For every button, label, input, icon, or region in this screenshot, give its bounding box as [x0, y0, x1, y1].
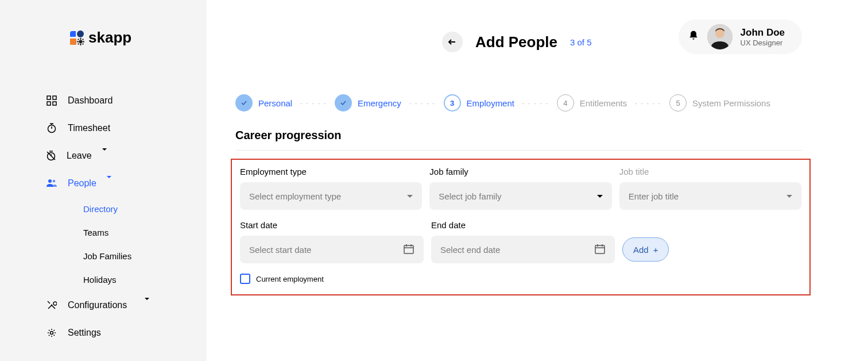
nav-people[interactable]: People: [0, 170, 207, 197]
nav-settings[interactable]: Settings: [0, 319, 207, 347]
sub-nav-teams[interactable]: Teams: [0, 221, 207, 244]
logo-icon: [69, 30, 85, 46]
calendar-icon: [594, 243, 606, 256]
start-date-input[interactable]: Select start date: [240, 236, 424, 263]
add-button[interactable]: Add +: [622, 237, 669, 262]
avatar: [707, 24, 733, 49]
step-system-permissions[interactable]: 5 System Permissions: [669, 94, 770, 112]
nav-label: Configurations: [68, 300, 127, 310]
step-entitlements[interactable]: 4 Entitlements: [557, 94, 627, 112]
dashboard-icon: [46, 95, 57, 106]
user-role: UX Designer: [741, 39, 785, 47]
sub-nav-job-families[interactable]: Job Families: [0, 244, 207, 268]
check-icon: [335, 94, 352, 112]
job-family-select[interactable]: Select job family: [429, 182, 611, 210]
step-connector: - - - - -: [300, 100, 327, 106]
leave-icon: [46, 150, 56, 162]
check-icon: [235, 94, 253, 112]
placeholder: Select employment type: [249, 191, 341, 201]
step-label: System Permissions: [692, 98, 770, 108]
svg-rect-23: [595, 245, 604, 254]
step-number: 4: [557, 94, 574, 112]
back-button[interactable]: [442, 32, 463, 52]
chevron-down-icon: [102, 151, 107, 161]
brand-logo: skapp: [0, 29, 207, 47]
nav-label: Settings: [68, 328, 101, 338]
brand-name: skapp: [88, 29, 131, 47]
nav-label: Dashboard: [68, 95, 113, 106]
step-connector: - - - - -: [522, 100, 549, 106]
tools-icon: [46, 299, 57, 311]
current-employment-label: Current employment: [256, 275, 324, 283]
job-title-select[interactable]: Enter job title: [619, 182, 801, 210]
step-label: Personal: [258, 98, 292, 108]
svg-rect-14: [53, 102, 56, 105]
job-family-group: Job family Select job family: [429, 167, 611, 210]
start-date-group: Start date Select start date: [240, 220, 424, 263]
divider: [235, 150, 802, 151]
svg-rect-10: [82, 43, 84, 45]
job-title-label: Job title: [619, 167, 801, 176]
step-indicator: 3 of 5: [570, 37, 592, 47]
step-emergency[interactable]: Emergency: [335, 94, 401, 112]
stepper: Personal - - - - - Emergency - - - - - 3…: [207, 71, 868, 112]
step-number: 5: [669, 94, 687, 112]
job-title-group: Job title Enter job title: [619, 167, 801, 210]
form-row-2: Start date Select start date End date Se…: [240, 220, 801, 263]
user-chip[interactable]: John Doe UX Designer: [679, 20, 802, 54]
svg-point-18: [53, 180, 56, 183]
bell-icon[interactable]: [688, 30, 699, 44]
people-icon: [46, 178, 57, 189]
nav-configurations[interactable]: Configurations: [0, 291, 207, 319]
chevron-down-icon: [145, 300, 149, 310]
chevron-down-icon: [107, 178, 111, 189]
svg-rect-1: [70, 39, 76, 45]
svg-rect-8: [82, 39, 84, 40]
current-employment-checkbox[interactable]: [240, 274, 250, 284]
section-title: Career progression: [207, 112, 868, 150]
svg-rect-9: [78, 43, 79, 45]
nav-timesheet[interactable]: Timesheet: [0, 114, 207, 142]
nav-list: Dashboard Timesheet Leave: [0, 87, 207, 347]
chevron-down-icon: [597, 195, 603, 198]
step-label: Entitlements: [580, 98, 627, 108]
sub-nav-directory[interactable]: Directory: [0, 197, 207, 221]
svg-rect-4: [80, 44, 82, 45]
svg-point-0: [77, 30, 84, 37]
svg-rect-3: [80, 38, 82, 40]
form-row-1: Employment type Select employment type J…: [240, 167, 801, 210]
svg-rect-5: [77, 41, 79, 42]
career-progression-form: Employment type Select employment type J…: [231, 159, 811, 295]
svg-rect-6: [83, 41, 84, 42]
main-content: John Doe UX Designer Add People 3 of 5 P…: [207, 0, 868, 361]
svg-rect-12: [53, 96, 56, 99]
svg-point-19: [51, 332, 53, 335]
sub-nav-holidays[interactable]: Holidays: [0, 268, 207, 291]
step-personal[interactable]: Personal: [235, 94, 292, 112]
arrow-left-icon: [447, 37, 458, 47]
employment-type-group: Employment type Select employment type: [240, 167, 422, 210]
start-date-label: Start date: [240, 220, 424, 230]
job-family-label: Job family: [429, 167, 611, 176]
page-header: Add People 3 of 5: [207, 0, 592, 52]
calendar-icon: [403, 243, 414, 256]
people-sub-nav: Directory Teams Job Families Holidays: [0, 197, 207, 291]
nav-label: People: [68, 178, 96, 189]
end-date-input[interactable]: Select end date: [431, 236, 615, 263]
employment-type-select[interactable]: Select employment type: [240, 182, 422, 210]
step-connector: - - - - -: [409, 100, 436, 106]
nav-leave[interactable]: Leave: [0, 142, 207, 170]
svg-rect-22: [404, 245, 413, 254]
nav-dashboard[interactable]: Dashboard: [0, 87, 207, 114]
user-name: John Doe: [741, 27, 785, 39]
placeholder: Select job family: [439, 191, 501, 201]
step-number: 3: [444, 94, 461, 112]
placeholder: Select end date: [440, 245, 500, 255]
user-info: John Doe UX Designer: [741, 27, 785, 47]
nav-label: Leave: [67, 151, 92, 161]
step-label: Emergency: [358, 98, 401, 108]
step-employment[interactable]: 3 Employment: [444, 94, 514, 112]
nav-label: Timesheet: [68, 123, 110, 133]
stopwatch-icon: [46, 122, 57, 134]
placeholder: Select start date: [249, 245, 311, 255]
